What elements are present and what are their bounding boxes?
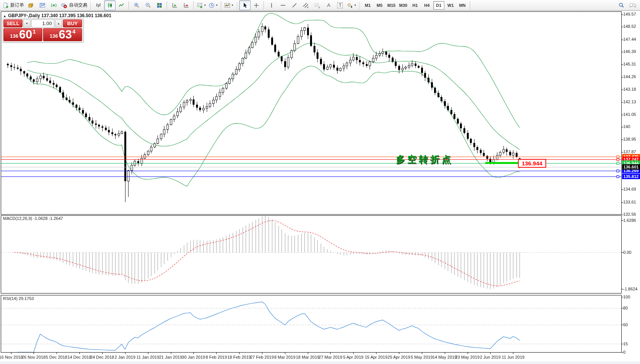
date-label: 14 May 2019 (433, 355, 457, 359)
date-label: 18 Feb 2019 (227, 355, 251, 359)
date-label: 5 Apr 2019 (343, 355, 363, 359)
zoom-in-button[interactable] (131, 0, 142, 10)
date-label: 18 Mar 2019 (296, 355, 320, 359)
clock-icon (209, 2, 215, 8)
volume-increase-button[interactable]: ▲ (55, 19, 62, 27)
rsi-axis-label: 80 (623, 306, 628, 310)
text-label-icon: T (337, 2, 343, 8)
trendline-tool-button[interactable] (289, 0, 300, 10)
price-tick-label: 146.39 (623, 49, 636, 54)
candlestick-mode-button[interactable] (104, 0, 116, 10)
tile-windows-icon (156, 2, 162, 8)
trading-platform-window: { "toolbar": { "new_order_label": "新订单",… (0, 0, 640, 364)
chart-window-icon (39, 2, 45, 8)
macd-axis-label: -1.8624 (623, 287, 637, 291)
price-tick-label: 144.26 (623, 74, 636, 79)
indicators-button[interactable]: ▼ (223, 0, 235, 10)
price-tick-label: 141.05 (623, 112, 636, 117)
buy-button[interactable]: BUY (63, 19, 82, 27)
chart-window-button[interactable] (37, 0, 48, 10)
auto-trading-button[interactable]: 自动交易 (59, 0, 88, 10)
volume-input[interactable] (31, 19, 54, 27)
date-label: 23 May 2019 (455, 355, 480, 359)
date-label: 27 Mar 2019 (319, 355, 343, 359)
toolbar-grip (90, 2, 92, 9)
date-label: 8 Mar 2019 (274, 355, 296, 359)
timeframe-button-H1[interactable]: H1 (410, 1, 421, 10)
main-toolbar: 新订单 自动交易 ▼ ▼ ▼ E F A T ▼ M1M5M15M30H1H4D… (0, 0, 640, 11)
chart-canvas[interactable] (0, 0, 640, 364)
equidistant-channel-tool-button[interactable]: E (300, 0, 312, 10)
macd-axis-label: 0.00 (623, 250, 631, 255)
price-tick-label: 148.52 (623, 24, 636, 29)
date-label: 5 May 2019 (411, 355, 433, 359)
price-tick-label: 134.69 (623, 187, 636, 191)
periods-button[interactable]: ▼ (207, 0, 219, 10)
timeframe-button-W1[interactable]: W1 (445, 1, 456, 10)
quotes-window-button[interactable] (25, 0, 37, 10)
shapes-tool-button[interactable]: ▼ (346, 0, 358, 10)
sell-button[interactable]: SELL (3, 19, 23, 27)
buy-price-base: 136 (50, 33, 58, 39)
date-label: 2 Jan 2019 (115, 355, 135, 359)
vertical-line-tool-button[interactable] (266, 0, 277, 10)
sell-price-pips: 60 (19, 29, 32, 40)
crosshair-tool-button[interactable] (251, 0, 262, 10)
buy-price-button[interactable]: 136 63 4 (43, 28, 82, 41)
bar-chart-mode-button[interactable] (93, 0, 104, 10)
timeframe-button-MN[interactable]: MN (457, 1, 468, 10)
hline-price-badge: 135.812 (622, 174, 640, 179)
channel-icon: E (302, 2, 309, 8)
new-order-icon (3, 2, 9, 8)
sell-price-button[interactable]: 136 60 1 (3, 28, 42, 41)
timeframe-button-M1[interactable]: M1 (362, 1, 373, 10)
timeframe-button-H4[interactable]: H4 (421, 1, 433, 10)
new-chart-icon (197, 2, 203, 8)
community-chat-button[interactable] (627, 0, 638, 10)
sell-price-base: 136 (10, 33, 18, 39)
one-click-trading-panel: SELL ▼ ▲ BUY 136 60 1 136 63 4 (2, 18, 83, 42)
price-tick-label: 133.61 (623, 200, 636, 204)
line-chart-mode-button[interactable] (116, 0, 127, 10)
date-label: 25 Apr 2019 (388, 355, 410, 359)
price-tick-label: 140 (623, 124, 630, 129)
rsi-axis-label: 0 (623, 350, 626, 354)
toolbar-grip (359, 2, 361, 9)
date-label: 11 Jan 2019 (137, 355, 159, 359)
chat-icon (629, 2, 637, 8)
zoom-in-icon (133, 2, 140, 8)
search-button[interactable] (616, 0, 627, 10)
horizontal-line-tool-button[interactable] (277, 0, 289, 10)
tile-windows-button[interactable] (154, 0, 165, 10)
timeframe-button-D1[interactable]: D1 (433, 1, 444, 10)
zoom-out-button[interactable] (142, 0, 154, 10)
turning-point-annotation: 多空转折点 (396, 153, 453, 165)
auto-scroll-button[interactable] (169, 0, 180, 10)
timeframe-button-M5[interactable]: M5 (374, 1, 385, 10)
timeframe-button-M30[interactable]: M30 (398, 1, 409, 10)
toolbar-separator (264, 1, 264, 10)
price-tick-label: 138.95 (623, 137, 636, 141)
cursor-tool-button[interactable] (239, 0, 251, 10)
timeframe-button-M15[interactable]: M15 (386, 1, 397, 10)
auto-trading-icon (61, 2, 68, 8)
fibonacci-tool-button[interactable]: F (312, 0, 323, 10)
candlestick-icon (107, 2, 113, 8)
volume-decrease-button[interactable]: ▼ (23, 19, 31, 27)
macd-indicator-label: MACD(12,26,9) -1.0628 -1.2647 (3, 216, 63, 221)
chart-shift-button[interactable] (180, 0, 192, 10)
strategy-tester-button[interactable] (48, 0, 59, 10)
new-order-button[interactable]: 新订单 (2, 0, 25, 10)
cursor-icon (242, 2, 248, 8)
buy-price-point: 4 (72, 28, 75, 35)
search-icon (618, 2, 624, 8)
new-chart-button[interactable]: ▼ (196, 0, 207, 10)
text-tool-button[interactable]: A (323, 0, 334, 10)
collapse-panel-icon[interactable]: ▲ (3, 14, 6, 18)
date-label: 24 Dec 2018 (90, 355, 114, 359)
date-label: 16 Nov 2018 (0, 355, 23, 359)
trendline-icon (291, 2, 297, 8)
auto-trading-label: 自动交易 (69, 2, 87, 8)
text-label-tool-button[interactable]: T (334, 0, 346, 10)
support-price-label[interactable]: 136.944 (518, 159, 546, 168)
